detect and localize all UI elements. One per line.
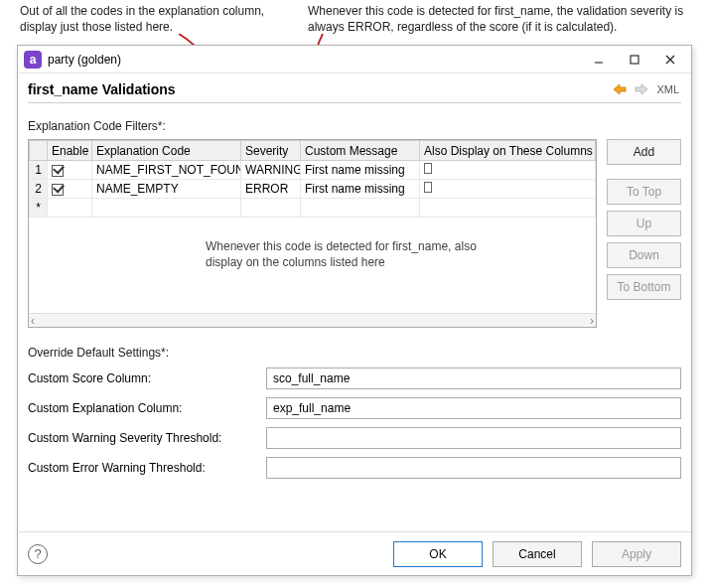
- custom-warning-threshold-field[interactable]: [266, 427, 681, 449]
- up-button[interactable]: Up: [607, 211, 681, 236]
- svg-rect-1: [631, 56, 638, 64]
- cell-enable[interactable]: [48, 161, 92, 180]
- custom-warning-threshold-label: Custom Warning Severity Threshold:: [28, 431, 266, 445]
- grid-header-explanation-code[interactable]: Explanation Code: [92, 141, 241, 161]
- filters-grid[interactable]: Enable Explanation Code Severity Custom …: [28, 139, 597, 328]
- dialog-content: first_name Validations XML Explanation C…: [28, 75, 681, 527]
- grid-header-severity[interactable]: Severity: [241, 141, 301, 161]
- app-icon: a: [24, 51, 42, 69]
- down-button[interactable]: Down: [607, 242, 681, 268]
- grid-header-rownum: [30, 141, 48, 161]
- custom-score-column-field[interactable]: [266, 368, 681, 389]
- scroll-right-icon[interactable]: ›: [590, 314, 594, 328]
- cell-severity[interactable]: WARNING: [241, 161, 301, 180]
- annotation-text-3: Whenever this code is detected for first…: [206, 239, 494, 270]
- help-icon[interactable]: ?: [28, 544, 48, 564]
- table-row[interactable]: 2 NAME_EMPTY ERROR First name missing: [30, 180, 596, 199]
- grid-header-custom-message[interactable]: Custom Message: [301, 141, 420, 161]
- cell-also-display[interactable]: [420, 161, 596, 180]
- grid-header-also-display[interactable]: Also Display on These Columns: [420, 141, 596, 161]
- explanation-code-filters-label: Explanation Code Filters*:: [28, 119, 681, 133]
- scroll-left-icon[interactable]: ‹: [31, 314, 35, 328]
- close-button[interactable]: [653, 49, 687, 71]
- custom-score-column-label: Custom Score Column:: [28, 371, 266, 385]
- table-row-new[interactable]: *: [30, 199, 596, 218]
- checkbox-icon[interactable]: [52, 184, 64, 196]
- row-index: 1: [30, 161, 48, 180]
- dialog-window: a party (golden) first_name Validations …: [17, 45, 692, 576]
- custom-error-threshold-label: Custom Error Warning Threshold:: [28, 461, 266, 475]
- cancel-button[interactable]: Cancel: [493, 541, 582, 567]
- cell-code[interactable]: NAME_FIRST_NOT_FOUND: [92, 161, 241, 180]
- page-title: first_name Validations: [28, 81, 609, 97]
- row-index: 2: [30, 180, 48, 199]
- override-settings-label: Override Default Settings*:: [28, 346, 681, 360]
- also-display-marker-icon: [424, 182, 432, 193]
- grid-header-enable[interactable]: Enable: [48, 141, 92, 161]
- cell-also-display[interactable]: [420, 180, 596, 199]
- also-display-marker-icon: [424, 163, 432, 174]
- window-title: party (golden): [48, 53, 580, 67]
- custom-explanation-column-field[interactable]: [266, 397, 681, 419]
- cell-msg[interactable]: First name missing: [301, 180, 420, 199]
- custom-error-threshold-field[interactable]: [266, 457, 681, 479]
- cell-msg[interactable]: First name missing: [301, 161, 420, 180]
- xml-link[interactable]: XML: [656, 83, 679, 95]
- ok-button[interactable]: OK: [393, 541, 483, 567]
- apply-button[interactable]: Apply: [592, 541, 681, 567]
- row-index-new: *: [30, 199, 48, 218]
- nav-forward-button[interactable]: [632, 79, 651, 99]
- grid-scrollbar-horizontal[interactable]: ‹ ›: [29, 313, 596, 327]
- cell-code[interactable]: NAME_EMPTY: [92, 180, 241, 199]
- dialog-footer: ? OK Cancel Apply: [18, 531, 691, 575]
- minimize-button[interactable]: [582, 49, 616, 71]
- annotation-text-1: Out of all the codes in the explanation …: [20, 4, 298, 35]
- to-bottom-button[interactable]: To Bottom: [607, 274, 681, 300]
- annotation-text-2: Whenever this code is detected for first…: [308, 4, 695, 35]
- cell-severity[interactable]: ERROR: [241, 180, 301, 199]
- custom-explanation-column-label: Custom Explanation Column:: [28, 401, 266, 415]
- table-row[interactable]: 1 NAME_FIRST_NOT_FOUND WARNING First nam…: [30, 161, 596, 180]
- add-button[interactable]: Add: [607, 139, 681, 165]
- cell-enable[interactable]: [48, 180, 92, 199]
- to-top-button[interactable]: To Top: [607, 179, 681, 205]
- titlebar: a party (golden): [18, 46, 691, 74]
- nav-back-button[interactable]: [610, 79, 630, 99]
- header-row: first_name Validations XML: [28, 75, 681, 103]
- checkbox-icon[interactable]: [52, 165, 64, 177]
- maximize-button[interactable]: [618, 49, 651, 71]
